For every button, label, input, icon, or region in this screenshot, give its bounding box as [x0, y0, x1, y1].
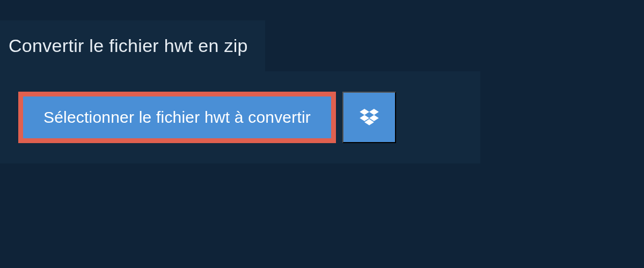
- select-file-button-label: Sélectionner le fichier hwt à convertir: [43, 108, 311, 126]
- upload-button-row: Sélectionner le fichier hwt à convertir: [18, 92, 462, 143]
- dropbox-button[interactable]: [342, 92, 396, 143]
- select-file-button[interactable]: Sélectionner le fichier hwt à convertir: [18, 92, 336, 143]
- dropbox-icon: [360, 109, 379, 126]
- page-title: Convertir le fichier hwt en zip: [9, 35, 248, 56]
- page-header: Convertir le fichier hwt en zip: [0, 20, 265, 71]
- upload-panel: Sélectionner le fichier hwt à convertir: [0, 71, 480, 163]
